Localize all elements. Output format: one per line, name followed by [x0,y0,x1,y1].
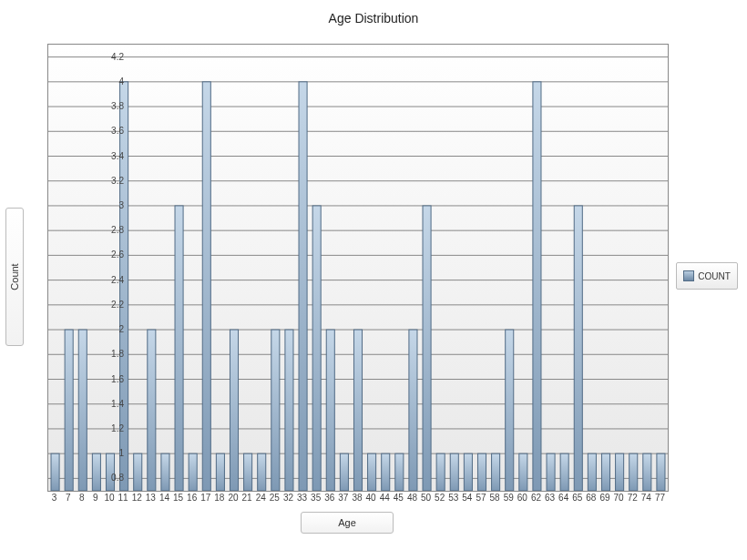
bar [134,453,142,491]
y-tick: 4.2 [111,51,124,61]
bar [161,453,169,491]
y-tick: 2.8 [111,225,124,235]
legend: COUNT [676,262,738,290]
legend-label: COUNT [698,271,731,281]
y-tick: 1 [118,448,124,458]
y-tick: 3 [118,199,124,209]
bar [382,453,390,491]
bar [258,453,266,491]
bars [51,82,665,491]
bar [657,453,665,491]
bar [92,453,100,491]
y-tick: 1.8 [111,349,124,359]
bar [547,453,555,491]
x-axis-label-box: Age [301,512,394,534]
bar [175,206,183,491]
y-tick: 3.8 [111,101,124,111]
chart-svg [48,45,668,491]
bar [271,330,280,491]
bar [148,330,156,491]
bar [519,453,527,491]
bar [492,453,500,491]
bar [51,453,59,491]
legend-swatch-icon [683,270,694,281]
bar [312,206,321,491]
bar [477,453,486,491]
y-tick: 2.4 [111,274,124,284]
bar [436,453,445,491]
bar [506,330,514,491]
bar [244,453,252,491]
y-tick: 3.6 [111,126,124,136]
bar [629,453,638,491]
bar [643,453,651,491]
bar [601,453,609,491]
x-axis-label: Age [338,517,356,528]
y-tick: 4 [118,76,124,86]
y-tick: 2 [118,324,124,334]
y-tick: 3.2 [111,175,124,185]
y-tick: 3.4 [111,150,124,160]
bar [353,330,362,491]
chart-title: Age Distribution [0,11,747,25]
x-tick: 77 [651,493,668,503]
y-tick: 1.6 [111,373,124,383]
bar [409,330,417,491]
bar [230,330,238,491]
bar [588,453,596,491]
bar [78,330,87,491]
bar [299,82,307,491]
y-tick: 2.6 [111,249,124,260]
bar [202,82,210,491]
y-tick: 0.8 [111,473,124,483]
y-tick: 1.2 [111,423,124,433]
bar [423,206,431,491]
bar [450,453,458,491]
bar [560,453,568,491]
y-tick: 2.2 [111,299,124,309]
bar [368,453,376,491]
bar [533,82,541,491]
bar [464,453,472,491]
bar [395,453,404,491]
plot-area [47,44,669,492]
y-tick: 1.4 [111,398,124,408]
bar [616,453,624,491]
bar [285,330,293,491]
bar [216,453,224,491]
bar [65,330,73,491]
y-axis-label: Count [9,263,20,290]
bar [340,453,348,491]
bar [326,330,334,491]
bar [574,206,582,491]
bar [189,453,197,491]
y-axis-label-box: Count [5,208,24,346]
